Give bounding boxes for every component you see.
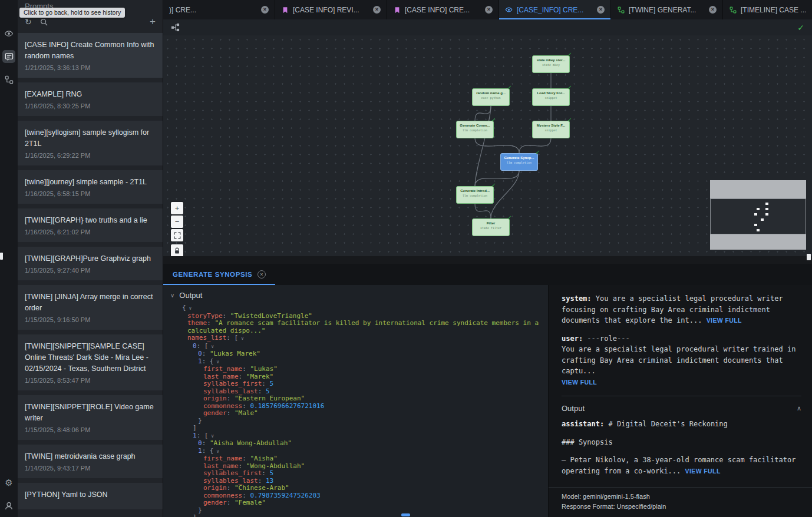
system-role-label: system: xyxy=(562,294,592,303)
messages-pane: system: You are a specialist legal proce… xyxy=(548,285,812,517)
prompt-title: [EXAMPLE] RNG xyxy=(25,89,156,100)
flow-icon xyxy=(729,6,737,14)
history-tooltip: Click to go back, hold to see history xyxy=(19,8,125,18)
assistant-line3: — Petar Nikolov, a 38-year-old romance s… xyxy=(562,456,796,475)
prompt-list-item[interactable]: [TWINE][SNIPPET][SAMPLE CASE] Online Thr… xyxy=(18,334,163,390)
eye-icon[interactable] xyxy=(2,27,15,40)
prompt-list-item[interactable]: [TWINE][GRAPH} two truths and a lie 1/16… xyxy=(18,208,163,242)
output-header-label: Output xyxy=(179,291,202,300)
node-success-check-icon: ✓ xyxy=(507,214,512,221)
node-title: Load Story For... xyxy=(534,91,567,95)
search-icon[interactable] xyxy=(40,18,48,26)
workflow-node[interactable]: ✓ Mystery Style F... snippet xyxy=(532,121,570,138)
minimap-node-dot xyxy=(765,203,768,205)
collapse-caret-up-icon[interactable]: ∧ xyxy=(797,405,801,412)
prompt-timestamp: 1/15/2025, 8:53:47 PM xyxy=(25,377,156,384)
prompt-list-item[interactable]: [twine][journey] simple sample - 2T1L 1/… xyxy=(18,170,163,204)
workflow-node[interactable]: ✓ random name g... exec_python xyxy=(472,88,510,106)
tab-close-icon[interactable]: × xyxy=(709,6,717,14)
prompt-list-item[interactable]: [TWINE] metroidvania case graph 1/14/202… xyxy=(18,445,163,478)
view-full-link[interactable]: VIEW FULL xyxy=(707,317,742,324)
minimap[interactable] xyxy=(710,180,806,250)
prompt-title: [TWINE][SNIPPET][ROLE] Video game writer xyxy=(25,402,156,424)
editor-tab[interactable]: [CASE_INFO] CRE... × xyxy=(499,0,611,19)
model-footer: Model: gemini/gemini-1.5-flash Response … xyxy=(549,487,812,517)
graph-canvas[interactable]: ✓ state mkey stor... state_mkey ✓ random… xyxy=(163,35,812,256)
prompt-title: [PYTHON] Yaml to JSON xyxy=(25,489,156,501)
prompt-timestamp: 1/16/2025, 6:29:22 PM xyxy=(25,152,156,159)
node-type: llm_completion xyxy=(503,161,536,164)
system-text: You are a specialist legal procedural wr… xyxy=(562,294,783,324)
tab-close-icon[interactable]: × xyxy=(373,6,381,14)
splitter-handle-left[interactable] xyxy=(0,253,3,260)
panel-splitter[interactable] xyxy=(163,256,812,264)
app-window: ⚙ Prompts ↻ + [CASE INFO] Create Common … xyxy=(0,0,812,517)
generate-synopsis-tab[interactable]: GENERATE SYNOPSIS × xyxy=(163,264,275,285)
auto-layout-icon[interactable] xyxy=(171,23,180,32)
prompt-title: [TWINE] metroidvania case graph xyxy=(25,451,156,462)
prompt-list-item[interactable]: [CASE INFO] Create Common Info with rand… xyxy=(18,33,163,78)
fit-view-button[interactable] xyxy=(171,229,183,241)
system-message: system: You are a specialist legal proce… xyxy=(562,293,801,326)
tab-close-icon[interactable]: × xyxy=(597,6,605,14)
response-format-label: Response Format: Unspecified/plain xyxy=(562,502,799,512)
tab-close-icon[interactable]: × xyxy=(261,6,269,14)
prompt-timestamp: 1/16/2025, 6:58:15 PM xyxy=(25,190,156,197)
view-full-link[interactable]: VIEW FULL xyxy=(685,468,721,475)
minimap-node-dot xyxy=(761,218,764,221)
prompt-timestamp: 1/14/2025, 9:43:17 PM xyxy=(25,465,156,472)
tab-close-icon[interactable]: × xyxy=(485,6,493,14)
workflow-node[interactable]: ✓ Generate Synop... llm_completion xyxy=(500,153,538,171)
prompt-list-item[interactable]: [twine][syllogism] sample syllogism for … xyxy=(18,121,163,165)
minimap-node-dot xyxy=(757,229,760,231)
editor-tab[interactable]: [TWINE] GENERAT... × xyxy=(611,0,723,19)
editor-tab[interactable]: [TIMELINE] CASE ... × xyxy=(723,0,812,19)
account-icon[interactable] xyxy=(2,499,15,512)
user-message: user: ---role--- You are a specialist le… xyxy=(562,333,801,388)
assistant-output-header: Output ∧ xyxy=(562,396,801,419)
prompt-list-item[interactable]: [TWINE][GRAPH]Pure Graphviz graph 1/15/2… xyxy=(18,247,163,280)
editor-tab[interactable]: [CASE INFO] CRE... × xyxy=(387,0,499,19)
json-tree[interactable]: { ∨storyType: "TwistedLoveTriangle"theme… xyxy=(163,304,548,517)
editor-tab[interactable]: )] CRE... × xyxy=(163,0,275,19)
workflow-node[interactable]: ✓ state mkey stor... state_mkey xyxy=(532,55,570,73)
collapse-caret-icon[interactable]: ∨ xyxy=(170,292,174,299)
horizontal-scrollbar-thumb[interactable] xyxy=(401,513,410,516)
bottom-tab-close-icon[interactable]: × xyxy=(258,270,266,279)
refresh-icon[interactable]: ↻ xyxy=(25,17,32,26)
node-title: random name g... xyxy=(474,91,507,95)
user-text-line1: ---role--- xyxy=(587,334,629,343)
prompt-list-item[interactable]: [PYTHON] Yaml to JSON xyxy=(18,483,163,509)
node-type: llm_completion xyxy=(458,128,491,132)
workflow-node[interactable]: ✓ Generate Introd... llm_completion xyxy=(456,186,494,204)
bookmark-icon xyxy=(393,6,401,14)
view-full-link[interactable]: VIEW FULL xyxy=(562,379,597,386)
prompt-list-item[interactable]: [TWINE][SNIPPET][ROLE] Video game writer… xyxy=(18,395,163,440)
minimap-nodes xyxy=(710,198,806,234)
add-prompt-button[interactable]: + xyxy=(150,16,156,28)
lock-button[interactable] xyxy=(171,244,183,256)
assistant-role-label: assistant: xyxy=(562,420,604,428)
tab-label: [CASE_INFO] CRE... xyxy=(517,6,593,14)
node-title: Filter xyxy=(474,221,507,225)
zoom-in-button[interactable]: + xyxy=(171,202,183,214)
prompt-list-item[interactable]: [EXAMPLE] RNG 1/16/2025, 8:30:25 PM xyxy=(18,82,163,116)
main-area: )] CRE... × [CASE INFO xyxy=(163,0,812,517)
splitter-handle-right[interactable] xyxy=(807,254,811,260)
generate-synopsis-tab-label: GENERATE SYNOPSIS xyxy=(173,271,252,278)
node-type: state_mkey xyxy=(534,63,567,67)
node-title: state mkey stor... xyxy=(534,58,567,62)
zoom-out-button[interactable]: − xyxy=(171,216,183,228)
workflow-node[interactable]: ✓ Filter state_filter xyxy=(472,218,510,236)
workflow-node[interactable]: ✓ Generate Comm... llm_completion xyxy=(456,121,494,138)
editor-tab[interactable]: [CASE INFO] REVI... × xyxy=(275,0,387,19)
flows-icon[interactable] xyxy=(2,73,15,86)
prompt-timestamp: 1/15/2025, 8:48:06 PM xyxy=(25,426,156,433)
assistant-line2: ### Synopsis xyxy=(562,437,801,448)
node-success-check-icon: ✓ xyxy=(567,117,572,123)
tab-bar: )] CRE... × [CASE INFO xyxy=(163,0,812,19)
prompts-icon[interactable] xyxy=(2,50,15,63)
prompt-list-item[interactable]: [TWINE] [JINJA] Array merge in correct o… xyxy=(18,285,163,330)
settings-gear-icon[interactable]: ⚙ xyxy=(2,476,15,489)
workflow-node[interactable]: ✓ Load Story For... snippet xyxy=(532,88,570,106)
